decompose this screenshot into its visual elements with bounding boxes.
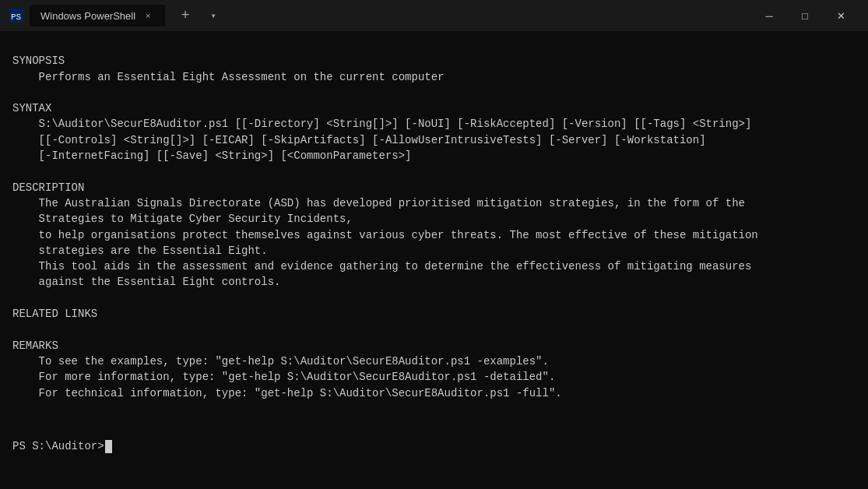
spacer-5 — [12, 322, 856, 337]
spacer-6 — [12, 401, 856, 417]
remarks-line1: To see the examples, type: "get-help S:\… — [12, 354, 856, 369]
desc-line5: This tool aids in the assessment and evi… — [12, 259, 856, 274]
desc-line3: to help organisations protect themselves… — [12, 227, 856, 243]
tab-dropdown-button[interactable]: ▾ — [202, 5, 224, 26]
cursor — [105, 440, 112, 453]
desc-line6: against the Essential Eight controls. — [12, 274, 856, 290]
new-tab-button[interactable]: + — [174, 5, 196, 26]
maximize-button[interactable]: □ — [787, 3, 823, 28]
syntax-line2: [[-Controls] <String[]>] [-EICAR] [-Skip… — [12, 132, 856, 148]
spacer-1 — [12, 37, 856, 53]
syntax-header: SYNTAX — [12, 100, 856, 116]
desc-line4: strategies are the Essential Eight. — [12, 243, 856, 259]
prompt-line: PS S:\Auditor> — [12, 438, 856, 454]
titlebar-left: PS Windows PowerShell × + ▾ — [9, 5, 224, 26]
syntax-line3: [-InternetFacing] [[-Save] <String>] [<C… — [12, 148, 856, 164]
tab-label: Windows PowerShell — [40, 10, 135, 22]
titlebar: PS Windows PowerShell × + ▾ ─ □ ✕ — [0, 0, 868, 31]
active-tab[interactable]: Windows PowerShell × — [30, 5, 165, 26]
remarks-line3: For technical information, type: "get-he… — [12, 385, 856, 401]
spacer-2 — [12, 85, 856, 100]
powershell-icon: PS — [9, 9, 23, 23]
remarks-line2: For more information, type: "get-help S:… — [12, 369, 856, 385]
spacer-4 — [12, 290, 856, 306]
titlebar-controls: ─ □ ✕ — [751, 3, 859, 28]
remarks-header: REMARKS — [12, 338, 856, 354]
related-links-header: RELATED LINKS — [12, 306, 856, 322]
desc-line1: The Australian Signals Directorate (ASD)… — [12, 195, 856, 211]
synopsis-text: Performs an Essential Eight Assessment o… — [12, 69, 856, 85]
svg-text:PS: PS — [11, 12, 22, 22]
desc-line2: Strategies to Mitigate Cyber Security In… — [12, 211, 856, 227]
prompt-text: PS S:\Auditor> — [12, 438, 104, 454]
close-button[interactable]: ✕ — [823, 3, 859, 28]
spacer-7 — [12, 417, 856, 432]
terminal-body[interactable]: SYNOPSIS Performs an Essential Eight Ass… — [0, 31, 868, 489]
spacer-3 — [12, 164, 856, 179]
description-header: DESCRIPTION — [12, 180, 856, 195]
minimize-button[interactable]: ─ — [751, 3, 787, 28]
syntax-line1: S:\Auditor\SecurE8Auditor.ps1 [[-Directo… — [12, 116, 856, 132]
tab-close-button[interactable]: × — [142, 9, 154, 22]
synopsis-header: SYNOPSIS — [12, 53, 856, 69]
window: PS Windows PowerShell × + ▾ ─ □ ✕ SYNOPS… — [0, 0, 868, 489]
